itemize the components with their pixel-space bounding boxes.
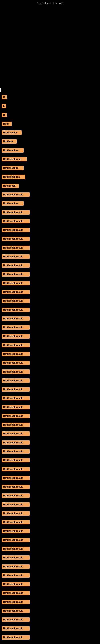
- list-item[interactable]: Bottleneck re: [1, 166, 24, 170]
- list-item[interactable]: Bottleneck re: [1, 148, 24, 152]
- list-item[interactable]: Bottleneck result: [1, 316, 30, 321]
- list-item[interactable]: Bottleneck result: [1, 458, 30, 462]
- bottleneck-result-label: Bottleneck result: [1, 440, 30, 445]
- list-item[interactable]: Bottleneck re: [1, 201, 24, 206]
- bottleneck-result-label: E: [1, 104, 6, 108]
- list-item[interactable]: Bottleneck: [1, 184, 19, 188]
- list-item[interactable]: Bottleneck result: [1, 618, 30, 622]
- bottleneck-result-label: Bottleneck result: [1, 591, 30, 595]
- bottleneck-result-label: Bottleneck result: [1, 246, 30, 250]
- bottleneck-result-label: Bottleneck result: [1, 334, 30, 338]
- list-item[interactable]: Bottleneck result: [1, 582, 30, 586]
- list-item[interactable]: B: [1, 113, 7, 117]
- list-item[interactable]: Bottleneck result: [1, 608, 30, 613]
- bottleneck-result-label: Bottleneck result: [1, 546, 30, 551]
- list-item[interactable]: Bottleneck result: [1, 343, 30, 347]
- list-item[interactable]: Bottleneck result: [1, 254, 30, 259]
- list-item[interactable]: Bottleneck result: [1, 494, 30, 498]
- list-item[interactable]: Bottleneck result: [1, 405, 30, 409]
- list-item[interactable]: Bottleneck result: [1, 511, 30, 516]
- bottleneck-result-label: Bottleneck result: [1, 210, 30, 214]
- bottleneck-result-label: Bottleneck result: [1, 511, 30, 516]
- list-item[interactable]: E: [1, 104, 6, 108]
- bottleneck-result-label: Bottleneck result: [1, 316, 30, 321]
- bottleneck-result-label: Bottleneck result: [1, 618, 30, 622]
- list-item[interactable]: Bottleneck result: [1, 246, 30, 250]
- list-item[interactable]: Bottleneck res: [1, 175, 25, 179]
- bottleneck-result-label: B: [1, 113, 7, 117]
- bottleneck-result-label: Bottleneck result: [1, 192, 30, 197]
- list-item[interactable]: Bottleneck result: [1, 600, 30, 604]
- list-item[interactable]: Bottleneck result: [1, 263, 30, 268]
- bottleneck-result-label: Bottleneck result: [1, 626, 30, 631]
- list-item[interactable]: Bottleneck result: [1, 546, 30, 551]
- bottleneck-result-label: Bottleneck result: [1, 219, 30, 224]
- list-item[interactable]: Bottleneck result: [1, 370, 30, 374]
- list-item[interactable]: Bottleneck result: [1, 449, 30, 454]
- bottleneck-result-label: Bottleneck result: [1, 556, 30, 560]
- list-item[interactable]: Bottl: [1, 122, 12, 126]
- bottleneck-result-label: Bottleneck result: [1, 502, 30, 507]
- bottleneck-result-label: Bottleneck result: [1, 573, 30, 578]
- bottleneck-result-label: Bottleneck result: [1, 467, 30, 471]
- list-item[interactable]: Bottleneck result: [1, 192, 30, 197]
- list-item[interactable]: Bottleneck result: [1, 228, 30, 232]
- list-item[interactable]: Bottleneck result: [1, 396, 30, 400]
- list-item[interactable]: Bottleneck result: [1, 432, 30, 436]
- bottleneck-result-label: Bottleneck result: [1, 494, 30, 498]
- list-item[interactable]: Bottleneck result: [1, 219, 30, 224]
- list-item[interactable]: Bottleneck result: [1, 484, 30, 489]
- bottleneck-result-label: Bottleneck re: [1, 201, 24, 206]
- list-item[interactable]: Bottleneck result: [1, 440, 30, 445]
- bottleneck-result-label: Bottleneck result: [1, 449, 30, 454]
- list-item[interactable]: Bottleneck result: [1, 210, 30, 214]
- list-item[interactable]: Bottleneck result: [1, 387, 30, 392]
- list-item[interactable]: Bottleneck result: [1, 573, 30, 578]
- list-item[interactable]: Bottleneck result: [1, 467, 30, 471]
- list-item[interactable]: Bottleneck result: [1, 325, 30, 330]
- bottleneck-result-label: Bottleneck result: [1, 387, 30, 392]
- list-item[interactable]: Bottleneck result: [1, 378, 30, 383]
- bottleneck-result-label: Bottleneck result: [1, 228, 30, 232]
- site-title: TheBottlenecker.com: [37, 2, 63, 5]
- list-item[interactable]: Bottleneck result: [1, 476, 30, 480]
- bottleneck-result-label: Bottleneck result: [1, 361, 30, 365]
- list-item[interactable]: Bottlene: [1, 139, 17, 144]
- list-item[interactable]: Bottleneck result: [1, 272, 30, 276]
- bottleneck-result-label: Bottleneck result: [1, 396, 30, 400]
- list-item[interactable]: Bottleneck result: [1, 334, 30, 338]
- bottleneck-result-label: Bottleneck result: [1, 476, 30, 480]
- list-item[interactable]: Bottleneck result: [1, 538, 30, 542]
- bottleneck-result-label: Bottleneck result: [1, 414, 30, 418]
- bottleneck-result-label: Bottleneck result: [1, 352, 30, 356]
- list-item[interactable]: Bottleneck result: [1, 352, 30, 356]
- list-item[interactable]: Bottleneck result: [1, 237, 30, 241]
- bottleneck-result-label: Bottleneck result: [1, 272, 30, 276]
- list-item[interactable]: Bottleneck result: [1, 626, 30, 631]
- list-item[interactable]: Bottleneck result: [1, 564, 30, 569]
- bottleneck-result-label: Bottleneck result: [1, 237, 30, 241]
- list-item[interactable]: Bottleneck result: [1, 308, 30, 312]
- list-item[interactable]: Bottleneck result: [1, 556, 30, 560]
- bottleneck-result-label: Bottleneck result: [1, 299, 30, 303]
- list-item[interactable]: Bottleneck result: [1, 290, 30, 294]
- list-item[interactable]: B: [1, 95, 7, 100]
- bottleneck-result-label: Bottl: [1, 122, 12, 126]
- bottleneck-result-label: Bottleneck result: [1, 343, 30, 347]
- list-item[interactable]: Bottleneck resu: [1, 157, 27, 162]
- list-item[interactable]: Bottleneck result: [1, 529, 30, 533]
- list-item[interactable]: Bottleneck result: [1, 361, 30, 365]
- list-item[interactable]: Bottleneck result: [1, 591, 30, 595]
- bottleneck-result-label: Bottleneck result: [1, 635, 30, 640]
- list-item[interactable]: Bottleneck result: [1, 422, 30, 427]
- bottleneck-result-label: Bottleneck result: [1, 378, 30, 383]
- list-item[interactable]: Bottleneck result: [1, 502, 30, 507]
- list-item[interactable]: Bottleneck result: [1, 414, 30, 418]
- list-item[interactable]: Bottleneck result: [1, 520, 30, 524]
- list-item[interactable]: Bottleneck result: [1, 281, 30, 285]
- list-item[interactable]: Bottleneck r: [1, 130, 22, 135]
- bottleneck-result-label: Bottleneck r: [1, 130, 22, 135]
- bottleneck-result-label: Bottleneck: [1, 184, 19, 188]
- list-item[interactable]: Bottleneck result: [1, 635, 30, 640]
- list-item[interactable]: Bottleneck result: [1, 299, 30, 303]
